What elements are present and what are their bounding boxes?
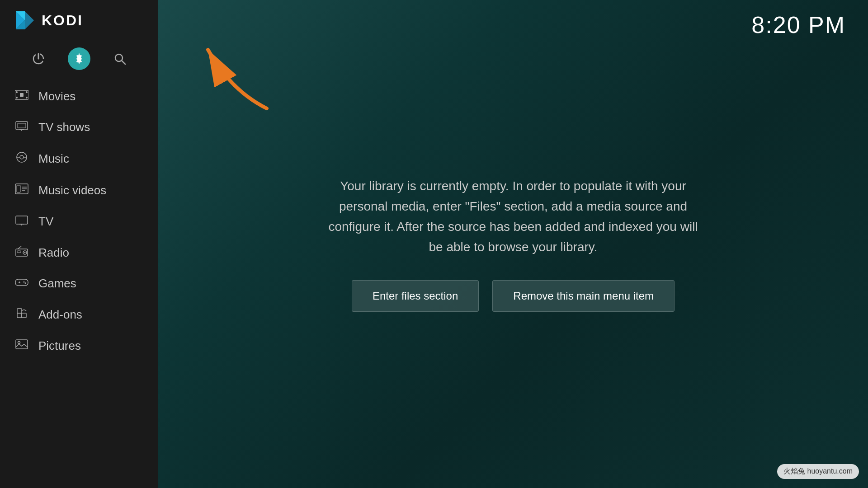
svg-rect-36 (15, 279, 28, 286)
svg-rect-28 (16, 216, 28, 224)
sidebar-icons-row (0, 41, 158, 77)
svg-point-12 (16, 97, 18, 99)
enter-files-section-button[interactable]: Enter files section (352, 280, 479, 312)
sidebar-header: KODI (0, 0, 158, 41)
library-empty-text: Your library is currently empty. In orde… (328, 176, 698, 257)
sidebar-item-tv[interactable]: TV (0, 206, 158, 237)
music-label: Music (38, 152, 69, 166)
svg-rect-24 (17, 185, 20, 192)
power-button[interactable] (27, 47, 50, 70)
svg-rect-14 (20, 93, 24, 97)
sidebar-nav: Movies TV shows Music Music videos (0, 77, 158, 488)
sidebar-item-tvshows[interactable]: TV shows (0, 112, 158, 143)
search-icon (113, 52, 126, 65)
svg-rect-35 (17, 251, 21, 253)
clock-display: 8:20 PM (751, 11, 845, 38)
sidebar-item-radio[interactable]: Radio (0, 237, 158, 268)
svg-rect-44 (16, 340, 28, 349)
radio-label: Radio (38, 246, 69, 260)
pictures-label: Pictures (38, 339, 81, 353)
svg-point-11 (26, 91, 28, 93)
sidebar-item-addons[interactable]: Add-ons (0, 299, 158, 331)
pictures-icon (14, 339, 29, 353)
svg-point-39 (23, 282, 24, 283)
kodi-logo: KODI (14, 9, 83, 32)
library-message: Your library is currently empty. In orde… (310, 158, 717, 329)
remove-menu-item-button[interactable]: Remove this main menu item (492, 280, 675, 312)
sidebar-item-movies[interactable]: Movies (0, 81, 158, 112)
sidebar: KODI (0, 0, 158, 488)
svg-point-45 (18, 342, 20, 344)
movies-icon (14, 89, 29, 103)
library-buttons: Enter files section Remove this main men… (328, 280, 698, 312)
svg-point-10 (16, 91, 18, 93)
watermark: 火焰兔 huoyantu.com (777, 464, 859, 479)
svg-point-13 (26, 97, 28, 99)
tv-icon (14, 214, 29, 229)
movies-label: Movies (38, 89, 75, 103)
settings-button[interactable] (68, 47, 90, 70)
music-icon (14, 151, 29, 167)
logo-text: KODI (42, 12, 83, 29)
games-label: Games (38, 277, 76, 291)
addons-icon (14, 307, 29, 323)
power-icon (32, 52, 45, 65)
addons-label: Add-ons (38, 308, 82, 322)
musicvideos-label: Music videos (38, 183, 106, 197)
svg-marker-1 (25, 11, 34, 29)
kodi-logo-icon (14, 9, 36, 32)
svg-line-32 (18, 246, 21, 249)
svg-rect-41 (17, 313, 22, 318)
tvshows-label: TV shows (38, 120, 90, 134)
sidebar-item-musicvideos[interactable]: Music videos (0, 175, 158, 206)
main-content: 8:20 PM Your library is currently empty.… (158, 0, 868, 488)
sidebar-item-music[interactable]: Music (0, 143, 158, 175)
svg-rect-42 (22, 313, 26, 318)
musicvideos-icon (14, 183, 29, 198)
radio-icon (14, 245, 29, 260)
svg-point-20 (20, 155, 24, 159)
search-button[interactable] (108, 47, 131, 70)
arrow-annotation (194, 36, 276, 119)
tvshows-icon (14, 120, 29, 135)
svg-point-34 (24, 252, 25, 253)
sidebar-item-pictures[interactable]: Pictures (0, 331, 158, 361)
svg-rect-43 (17, 309, 22, 313)
arrow-icon (194, 36, 276, 117)
tv-label: TV (38, 215, 53, 229)
svg-rect-16 (18, 123, 26, 128)
svg-point-40 (24, 282, 26, 284)
sidebar-item-games[interactable]: Games (0, 268, 158, 299)
settings-icon (73, 52, 85, 65)
svg-line-8 (122, 61, 125, 64)
games-icon (14, 277, 29, 291)
